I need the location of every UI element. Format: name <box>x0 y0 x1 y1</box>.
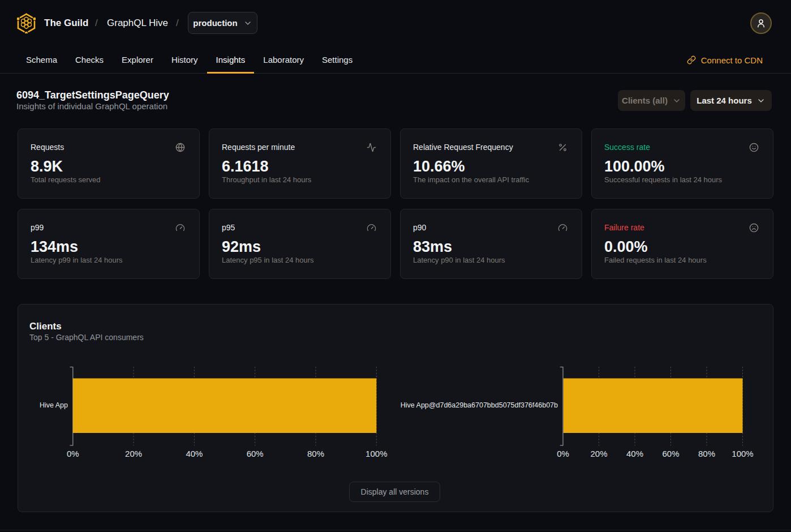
svg-text:100%: 100% <box>732 449 753 458</box>
svg-text:80%: 80% <box>307 449 324 458</box>
svg-text:20%: 20% <box>590 449 607 458</box>
svg-text:60%: 60% <box>662 449 679 458</box>
svg-text:100%: 100% <box>366 449 387 458</box>
svg-text:Hive App: Hive App <box>40 401 68 409</box>
svg-text:60%: 60% <box>247 449 264 458</box>
svg-text:0%: 0% <box>67 449 79 458</box>
svg-text:Hive App@d7d6a29ba6707bbd5075d: Hive App@d7d6a29ba6707bbd5075df376f46b07… <box>401 401 558 409</box>
svg-text:40%: 40% <box>186 449 203 458</box>
svg-text:80%: 80% <box>698 449 715 458</box>
svg-text:0%: 0% <box>557 449 569 458</box>
svg-text:40%: 40% <box>626 449 643 458</box>
svg-text:20%: 20% <box>125 449 142 458</box>
